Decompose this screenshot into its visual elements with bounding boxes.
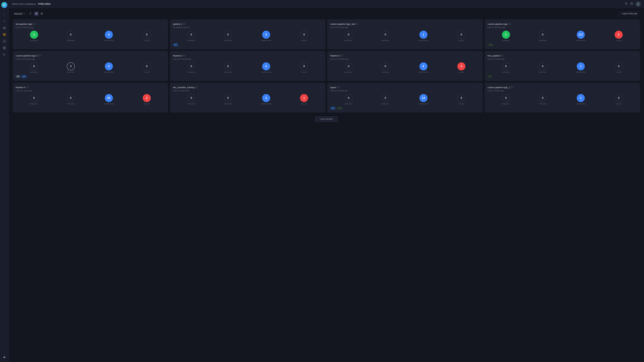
card-menu-button[interactable]: ⋮ xyxy=(319,54,322,57)
tag[interactable]: lol xyxy=(488,75,492,78)
sidebar-item-home[interactable]: ⌂ xyxy=(1,11,8,17)
card-stats: 0 RUNNING 0 PENDING 3 COMPLETED 1 FAILED xyxy=(173,94,322,105)
card-header: custom pipeline logic 2 ⋮ xyxy=(16,54,165,57)
pipeline-card[interactable]: Pipeline 2 ⋮ Last run 2 months ago 0 RUN… xyxy=(170,51,325,81)
card-stats: 0 RUNNING 0 PENDING 93 COMPLETED 2 FAILE… xyxy=(16,94,165,105)
svg-point-5 xyxy=(625,3,627,4)
card-header: Run_pipeline ⋮ xyxy=(488,54,637,57)
sidebar-item-pipelines[interactable] xyxy=(1,31,8,37)
card-title-row: custom pipeline logic 2 xyxy=(16,54,41,57)
pending-label: PENDING xyxy=(67,103,75,105)
card-subtitle: Last run 19 hours ago xyxy=(16,26,165,28)
card-subtitle: Last run 4 days ago xyxy=(488,90,637,92)
card-header: custom pipeline logic_test ⋮ xyxy=(330,22,480,26)
card-menu-button[interactable]: ⋮ xyxy=(634,22,637,26)
load-more-button[interactable]: LOAD MORE xyxy=(315,116,338,122)
completed-label: COMPLETED xyxy=(576,103,586,105)
stat-pending: 0 PENDING xyxy=(539,31,547,41)
new-pipeline-button[interactable]: + NEW PIPELINE xyxy=(618,11,640,16)
pipeline-card[interactable]: pipeline 1 ⋮ No pipeline runs yet 0 RUNN… xyxy=(170,19,325,49)
card-menu-button[interactable]: ⋮ xyxy=(162,86,165,89)
folder-icon xyxy=(39,54,41,57)
card-menu-button[interactable]: ⋮ xyxy=(162,22,165,26)
help-icon[interactable] xyxy=(630,2,633,6)
card-menu-button[interactable]: ⋮ xyxy=(319,22,322,26)
pipeline-card[interactable]: sku_classifier_training ⋮ Last run 4 day… xyxy=(170,83,325,112)
failed-circle: 0 xyxy=(615,94,623,102)
sidebar-slack[interactable]: ✦ xyxy=(2,355,7,360)
failed-circle: 2 xyxy=(615,31,623,39)
pipeline-card[interactable]: Run_pipeline ⋮ Last run 13 days ago 0 RU… xyxy=(485,51,640,81)
card-stats: 1 RUNNING 0 PENDING 4 COMPLETED 0 FAILED xyxy=(16,31,165,41)
tag[interactable]: new xyxy=(336,107,342,110)
stat-completed: 1 COMPLETED xyxy=(418,31,429,41)
stat-failed: 0 FAILED xyxy=(143,31,151,41)
stat-failed: 1 FAILED xyxy=(300,94,308,105)
pending-label: PENDING xyxy=(67,40,75,41)
card-stats: 0 RUNNING 3 PENDING 0 COMPLETED 0 FAILED xyxy=(16,62,165,73)
pipeline-card[interactable]: custom pipeline logic ⋮ Last run 20 hour… xyxy=(485,19,640,49)
card-stats: 0 RUNNING 0 PENDING 1 COMPLETED 0 FAILED xyxy=(330,31,480,41)
card-menu-button[interactable]: ⋮ xyxy=(162,54,165,57)
stat-completed: 4 COMPLETED xyxy=(104,31,114,41)
user-avatar[interactable] xyxy=(636,1,641,6)
running-circle: 0 xyxy=(187,62,196,70)
sidebar-item-table[interactable] xyxy=(1,45,8,51)
grid-view-button[interactable] xyxy=(34,11,39,16)
completed-label: COMPLETED xyxy=(104,71,114,73)
card-stats: 0 RUNNING 0 PENDING 1 COMPLETED 0 FAILED xyxy=(488,62,637,73)
card-title: custom pipeline logic 2 xyxy=(16,54,38,57)
filter-icon[interactable] xyxy=(28,12,32,16)
card-subtitle: Last run 20 hours ago xyxy=(330,26,480,28)
svg-rect-9 xyxy=(37,12,38,13)
pipeline-card[interactable]: custom pipeline logic_1 ⋮ Last run 4 day… xyxy=(485,83,640,112)
running-circle: 0 xyxy=(345,31,353,39)
pipeline-card[interactable]: Pipeline 3 ⋮ Last run 5 months ago 0 RUN… xyxy=(327,51,483,81)
card-menu-button[interactable]: ⋮ xyxy=(634,86,637,89)
card-stats: 0 RUNNING 0 PENDING 5 COMPLETED 0 FAILED xyxy=(173,62,322,73)
running-circle: 0 xyxy=(345,94,353,102)
tag[interactable]: QA xyxy=(330,107,336,110)
running-label: RUNNING xyxy=(187,40,195,41)
breadcrumb: Demo User's workspace / PIPELINES xyxy=(12,3,624,5)
svg-marker-4 xyxy=(3,53,5,56)
pending-circle: 0 xyxy=(381,31,390,39)
stat-running: 0 RUNNING xyxy=(345,31,353,41)
list-view-button[interactable] xyxy=(39,11,44,16)
stat-completed: 93 COMPLETED xyxy=(104,94,114,105)
completed-label: COMPLETED xyxy=(104,40,114,41)
pipeline-card[interactable]: custom pipeline logic_test ⋮ Last run 20… xyxy=(327,19,483,49)
tag[interactable]: 103 xyxy=(16,75,20,78)
pending-label: PENDING xyxy=(539,40,546,41)
folder-icon xyxy=(196,86,198,88)
card-menu-button[interactable]: ⋮ xyxy=(476,54,480,57)
sidebar-logo[interactable]: C xyxy=(1,2,8,8)
card-menu-button[interactable]: ⋮ xyxy=(476,22,480,26)
pipeline-card[interactable]: ingest ⋮ Last run 12 days ago 0 RUNNING … xyxy=(327,83,483,112)
toolbar: RECENT xyxy=(13,11,640,16)
card-subtitle: Last run 20 hours ago xyxy=(488,26,637,28)
sidebar-item-layers[interactable] xyxy=(1,25,8,31)
card-menu-button[interactable]: ⋮ xyxy=(319,86,322,89)
tag[interactable]: QA xyxy=(21,75,27,78)
tag[interactable]: QA xyxy=(173,43,178,46)
folder-icon xyxy=(511,86,513,88)
recent-button[interactable]: RECENT xyxy=(13,12,27,16)
pipeline-card[interactable]: custom pipeline logic 2 ⋮ Last run 10 mo… xyxy=(13,51,168,81)
sidebar-item-deploy[interactable] xyxy=(1,52,8,58)
sidebar-item-chart[interactable] xyxy=(1,38,8,44)
sidebar-item-brain[interactable] xyxy=(1,18,8,24)
completed-circle: 3 xyxy=(262,31,270,39)
pipeline-card[interactable]: Pipeline 4 ⋮ Last run 7 days ago 0 RUNNI… xyxy=(13,83,168,112)
card-stats: 0 RUNNING 0 PENDING 8 COMPLETED 3 FAILED xyxy=(330,62,480,73)
card-menu-button[interactable]: ⋮ xyxy=(634,54,637,57)
completed-circle: 14 xyxy=(420,94,428,102)
pipeline-card[interactable]: test pipeline logic ⋮ Last run 19 hours … xyxy=(13,19,168,49)
search-icon[interactable] xyxy=(625,2,628,6)
folder-icon xyxy=(501,54,503,57)
card-menu-button[interactable]: ⋮ xyxy=(476,86,480,89)
stat-failed: 2 FAILED xyxy=(615,31,623,41)
stat-running: 0 RUNNING xyxy=(187,31,196,41)
tag[interactable]: rest xyxy=(488,43,494,46)
folder-icon xyxy=(184,54,186,57)
